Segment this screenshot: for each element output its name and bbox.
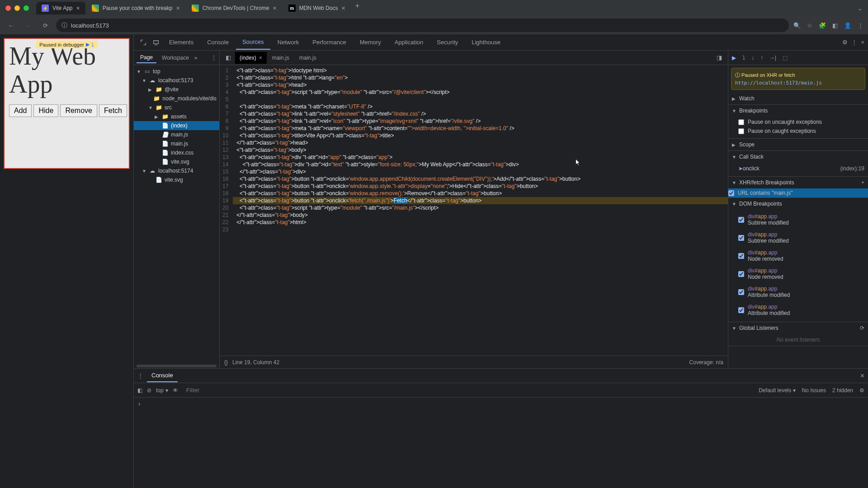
scope-section[interactable]: ▶Scope <box>728 139 868 150</box>
tree-folder[interactable]: ▼📁src <box>134 103 219 112</box>
tree-file[interactable]: 📄vite.svg <box>134 157 219 166</box>
issues-label[interactable]: No Issues <box>802 387 826 394</box>
pause-caught-checkbox[interactable]: Pause on caught exceptions <box>738 127 864 136</box>
console-settings-icon[interactable]: ⚙ <box>859 387 864 394</box>
fetch-button[interactable]: Fetch <box>99 104 127 117</box>
pause-uncaught-checkbox[interactable]: Pause on uncaught exceptions <box>738 117 864 127</box>
menu-icon[interactable]: ⋮ <box>858 22 863 29</box>
code-body[interactable]: 1234567891011121314151617181920212223 <"… <box>220 65 728 356</box>
drawer-tab-console[interactable]: Console <box>147 369 178 382</box>
reload-button[interactable]: ⟳ <box>39 19 52 32</box>
tab-performance[interactable]: Performance <box>306 35 352 49</box>
tree-folder[interactable]: ▶📁@vite <box>134 85 219 94</box>
tree-file[interactable]: 📄main.js <box>134 139 219 148</box>
tab-lighthouse[interactable]: Lighthouse <box>465 35 507 49</box>
resume-icon[interactable]: ▶ <box>86 42 90 47</box>
new-tab-button[interactable]: + <box>352 2 363 14</box>
step-icon[interactable]: ⤵ <box>91 42 94 47</box>
url-field[interactable]: ⓘ localhost:5173 <box>56 19 789 32</box>
add-xhr-icon[interactable]: + <box>861 179 864 186</box>
browser-tab[interactable]: Chrome DevTools | Chrome × <box>186 2 282 14</box>
console-body[interactable]: › <box>134 398 868 488</box>
dom-breakpoints-section[interactable]: ▼DOM Breakpoints <box>728 198 868 210</box>
drawer-menu-icon[interactable]: ⋮ <box>137 372 143 379</box>
tab-sources[interactable]: Sources <box>236 35 270 50</box>
toggle-nav-icon[interactable]: ◧ <box>222 52 234 64</box>
tree-file-index[interactable]: 📄(index) <box>134 121 219 130</box>
tab-network[interactable]: Network <box>271 35 306 49</box>
tab-security[interactable]: Security <box>430 35 464 49</box>
tab-memory[interactable]: Memory <box>354 35 387 49</box>
close-icon[interactable]: × <box>259 55 262 61</box>
tree-host[interactable]: ▼☁localhost:5173 <box>134 76 219 85</box>
editor-tab[interactable]: main.js <box>295 52 321 64</box>
close-tab-icon[interactable]: × <box>341 5 345 12</box>
dom-breakpoint-item[interactable]: div#app.appNode removed <box>738 247 864 265</box>
braces-icon[interactable]: {} <box>224 359 228 366</box>
callstack-section[interactable]: ▼Call Stack <box>728 151 868 163</box>
nav-tab-page[interactable]: Page <box>137 52 156 63</box>
code-lines[interactable]: <"t-attr">class="t-tag">!doctype html><"… <box>233 65 728 356</box>
sidepanel-icon[interactable]: ◧ <box>832 22 838 29</box>
close-drawer-icon[interactable]: × <box>860 372 864 380</box>
tree-file[interactable]: 📄vite.svg <box>134 175 219 184</box>
tree-top[interactable]: ▼▭top <box>134 67 219 76</box>
global-listeners-section[interactable]: ▼Global Listeners⟳ <box>728 322 868 334</box>
tree-folder[interactable]: 📁node_modules/vite/dis <box>134 94 219 103</box>
inspect-icon[interactable] <box>137 37 149 48</box>
clear-console-icon[interactable]: ⊘ <box>147 387 151 394</box>
close-tab-icon[interactable]: × <box>76 5 80 12</box>
maximize-window-icon[interactable] <box>24 5 29 11</box>
zoom-icon[interactable]: 🔍 <box>793 22 801 29</box>
nav-more-icon[interactable]: ⋮ <box>211 55 217 61</box>
site-info-icon[interactable]: ⓘ <box>61 21 67 29</box>
dom-breakpoint-item[interactable]: div#app.appSubtree modified <box>738 211 864 229</box>
tree-host[interactable]: ▼☁localhost:5174 <box>134 166 219 175</box>
editor-tab[interactable]: (index)× <box>235 52 267 64</box>
close-tab-icon[interactable]: × <box>273 5 276 12</box>
browser-tab-active[interactable]: ⚡ Vite App × <box>36 2 85 14</box>
breakpoints-section[interactable]: ▼Breakpoints <box>728 105 868 117</box>
context-selector[interactable]: top▾ <box>156 387 168 394</box>
toggle-sidebar-icon[interactable]: ◨ <box>713 52 725 64</box>
bookmark-icon[interactable]: ☆ <box>807 22 812 29</box>
extension-icon[interactable]: 🧩 <box>819 22 826 29</box>
step-over-icon[interactable]: ⤵ <box>742 55 745 61</box>
step-out-icon[interactable]: ↑ <box>760 55 763 61</box>
remove-button[interactable]: Remove <box>60 104 97 117</box>
step-icon[interactable]: →| <box>769 55 776 61</box>
deactivate-breakpoints-icon[interactable]: ⬚ <box>783 55 788 61</box>
browser-tab[interactable]: m MDN Web Docs × <box>283 2 351 14</box>
dom-breakpoint-item[interactable]: div#app.appSubtree modified <box>738 229 864 247</box>
tab-application[interactable]: Application <box>388 35 430 49</box>
editor-tab[interactable]: main.js <box>268 52 294 64</box>
resume-icon[interactable]: ▶ <box>732 55 736 61</box>
live-expression-icon[interactable]: 👁 <box>173 387 178 394</box>
hidden-count[interactable]: 2 hidden <box>832 387 853 394</box>
profile-icon[interactable]: 👤 <box>844 22 851 29</box>
dom-breakpoint-item[interactable]: div#app.appAttribute modified <box>738 283 864 301</box>
resize-handle[interactable] <box>137 365 217 367</box>
close-window-icon[interactable] <box>5 5 11 11</box>
device-icon[interactable] <box>150 37 162 48</box>
tree-file[interactable]: 📄index.css <box>134 148 219 157</box>
close-devtools-icon[interactable]: × <box>861 39 864 46</box>
watch-section[interactable]: ▶Watch <box>728 93 868 104</box>
refresh-icon[interactable]: ⟳ <box>860 325 864 331</box>
hide-button[interactable]: Hide <box>33 104 58 117</box>
close-tab-icon[interactable]: × <box>176 5 179 12</box>
more-icon[interactable]: ⋮ <box>851 39 857 46</box>
tab-overflow-icon[interactable]: ⌄ <box>858 5 863 12</box>
xhr-breakpoints-section[interactable]: ▼XHR/fetch Breakpoints+ <box>728 177 868 188</box>
sidebar-toggle-icon[interactable]: ◧ <box>137 387 142 394</box>
stack-frame[interactable]: ➤ onclick(index):19 <box>738 164 864 174</box>
console-filter-input[interactable] <box>183 385 755 395</box>
tab-console[interactable]: Console <box>201 35 235 49</box>
nav-overflow-icon[interactable]: » <box>194 55 198 61</box>
dom-breakpoint-item[interactable]: div#app.appAttribute modified <box>738 301 864 319</box>
dom-breakpoint-item[interactable]: div#app.appNode removed <box>738 265 864 283</box>
settings-icon[interactable]: ⚙ <box>842 39 848 46</box>
nav-tab-workspace[interactable]: Workspace <box>158 53 193 63</box>
browser-tab[interactable]: Pause your code with breakp × <box>86 2 185 14</box>
tree-file[interactable]: 📄main.js <box>134 130 219 139</box>
